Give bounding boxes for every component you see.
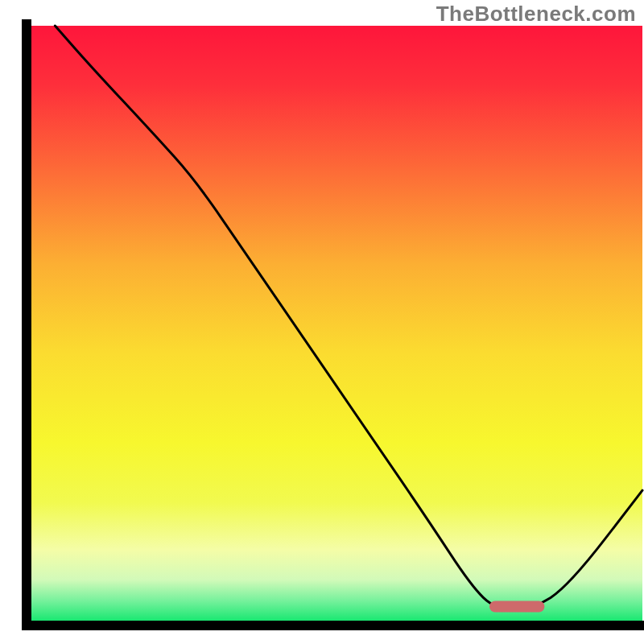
bottleneck-chart: TheBottleneck.com: [0, 0, 644, 644]
watermark-text: TheBottleneck.com: [436, 2, 636, 27]
optimal-range-marker: [489, 601, 544, 613]
chart-canvas: [0, 0, 644, 644]
plot-background: [31, 26, 642, 621]
